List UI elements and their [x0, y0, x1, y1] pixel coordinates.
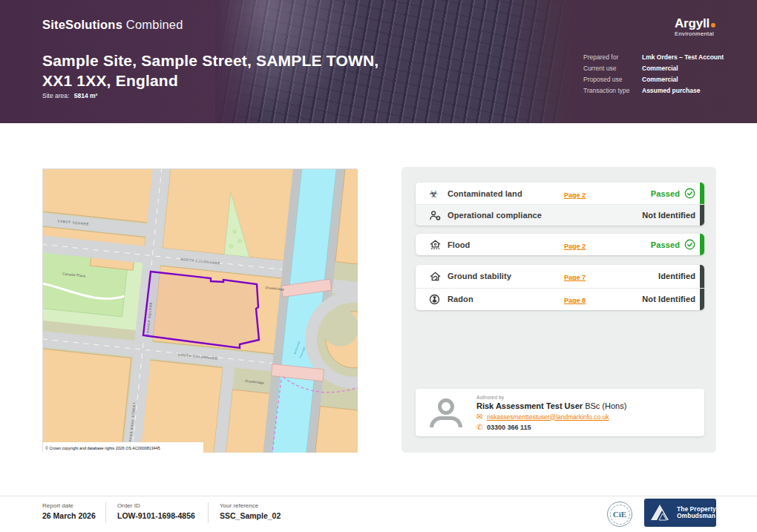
- author-qualification: BSc (Hons): [583, 401, 626, 410]
- report-cover-page: SiteSolutions Combined Sample Site, Samp…: [0, 0, 757, 532]
- argyll-logo: Argyll Environmental: [675, 16, 715, 37]
- current-use-value: Commercial: [642, 63, 678, 74]
- risk-group-ground-radon: Ground stability Page 7 Identified Radon…: [416, 265, 704, 310]
- risk-label: Radon: [448, 295, 473, 303]
- risk-label: Ground stability: [448, 272, 511, 280]
- site-area-label: Site area:: [42, 92, 69, 99]
- risk-row-ground-stability: Ground stability Page 7 Identified: [416, 265, 704, 288]
- author-card: Authored by Risk Assessment Test User BS…: [416, 389, 704, 436]
- avatar: [416, 389, 476, 436]
- cie-logo: CiE: [607, 502, 632, 527]
- phone-icon: ✆: [476, 423, 487, 431]
- report-date-value: 26 March 2026: [42, 511, 96, 520]
- risk-group-contaminated: ☣ Contaminated land Page 2 Passed Operat…: [416, 183, 704, 226]
- report-header: SiteSolutions Combined Sample Site, Samp…: [0, 0, 757, 123]
- status-bar: [700, 289, 704, 311]
- risk-label: Contaminated land: [448, 189, 522, 198]
- risk-row-flood: Flood Page 2 Passed: [416, 234, 704, 255]
- ombudsman-line2: Ombudsman: [677, 513, 716, 520]
- site-boundary: [143, 272, 259, 348]
- site-address-line2: XX1 1XX, England: [42, 70, 378, 91]
- risk-status: Not Identified: [642, 211, 695, 220]
- order-id: Order ID LOW-9101-1698-4856: [117, 502, 195, 520]
- risk-row-radon: Radon Page 8 Not Identified: [416, 288, 704, 311]
- author-email-row: ✉ riskassesmenttestuser@landmarkinfo.co.…: [476, 413, 626, 421]
- risk-status: Identified: [658, 272, 695, 280]
- check-circle-icon: [684, 188, 695, 199]
- order-id-label: Order ID: [117, 502, 195, 509]
- footer-divider: [105, 502, 106, 523]
- envelope-icon: ✉: [476, 413, 487, 421]
- ground-stability-house-icon: [429, 271, 448, 282]
- author-name-text: Risk Assessment Test User: [476, 401, 583, 410]
- your-reference-value: SSC_Sample_02: [220, 511, 281, 520]
- your-reference-label: Your reference: [220, 502, 281, 509]
- author-email-link[interactable]: riskassesmenttestuser@landmarkinfo.co.uk: [487, 413, 609, 421]
- status-bar: [700, 205, 704, 226]
- risk-row-operational-compliance: Operational compliance Not Identified: [416, 204, 704, 226]
- property-ombudsman-logo: The Property Ombudsman: [644, 499, 716, 527]
- risk-label: Flood: [448, 240, 470, 249]
- risk-status: Passed: [651, 240, 680, 249]
- product-variant: Combined: [122, 18, 183, 31]
- ombudsman-triangle-icon: [644, 499, 677, 526]
- risk-label: Operational compliance: [448, 211, 542, 220]
- cie-logo-text: CiE: [610, 505, 630, 525]
- flood-house-icon: [429, 239, 448, 250]
- radiation-icon: [429, 294, 448, 305]
- status-bar: [700, 265, 704, 288]
- biohazard-icon: ☣: [429, 188, 448, 199]
- product-name: SiteSolutions: [42, 18, 122, 31]
- site-address-line1: Sample Site, Sample Street, SAMPLE TOWN,: [42, 50, 378, 70]
- proposed-use-value: Commercial: [642, 74, 678, 85]
- prepared-for-label: Prepared for: [583, 52, 642, 63]
- site-area: Site area: 5814 m²: [42, 92, 97, 99]
- proposed-use-label: Proposed use: [583, 74, 642, 85]
- report-date: Report date 26 March 2026: [42, 502, 96, 520]
- authored-by-label: Authored by: [476, 395, 626, 400]
- author-phone-row: ✆ 03300 366 115: [476, 423, 626, 431]
- avatar-body-icon: [430, 416, 462, 427]
- status-bar: [700, 183, 704, 204]
- check-circle-icon: [684, 239, 695, 250]
- risk-summary-panel: ☣ Contaminated land Page 2 Passed Operat…: [402, 167, 716, 453]
- site-area-value: 5814 m²: [74, 92, 98, 99]
- author-phone-number: 03300 366 115: [487, 424, 531, 431]
- argyll-logo-text: Argyll: [675, 16, 710, 30]
- site-address: Sample Site, Sample Street, SAMPLE TOWN,…: [42, 50, 378, 91]
- transaction-type-value: Assumed purchase: [642, 85, 700, 96]
- avatar-head-icon: [438, 398, 454, 415]
- risk-group-flood: Flood Page 2 Passed: [416, 234, 704, 255]
- map-copyright: © Crown copyright and database rights 20…: [45, 446, 160, 450]
- argyll-logo-dot-icon: [711, 23, 715, 27]
- argyll-logo-sub: Environmental: [675, 30, 715, 37]
- page-link[interactable]: Page 2: [564, 243, 586, 250]
- prepared-for-value: Lmk Orders – Test Account: [642, 52, 724, 63]
- status-bar: [700, 234, 704, 255]
- page-link[interactable]: Page 2: [564, 191, 586, 199]
- map-svg: NORTH COLONNADE SOUTH COLONNADE CABOT SQ…: [43, 169, 358, 453]
- your-reference: Your reference SSC_Sample_02: [220, 502, 281, 520]
- page-link[interactable]: Page 7: [564, 274, 586, 281]
- transaction-type-label: Transaction type: [583, 85, 642, 96]
- report-date-label: Report date: [42, 502, 96, 509]
- risk-row-contaminated-land: ☣ Contaminated land Page 2 Passed: [416, 183, 704, 204]
- product-title: SiteSolutions Combined: [42, 18, 183, 32]
- risk-status: Passed: [651, 189, 680, 198]
- report-footer: Report date 26 March 2026 Order ID LOW-9…: [0, 496, 757, 532]
- current-use-label: Current use: [583, 63, 642, 74]
- footer-divider: [208, 502, 209, 523]
- risk-status: Not Identified: [642, 295, 695, 303]
- author-name: Risk Assessment Test User BSc (Hons): [476, 401, 626, 410]
- order-id-value: LOW-9101-1698-4856: [117, 511, 195, 520]
- order-details: Prepared forLmk Orders – Test Account Cu…: [583, 52, 724, 96]
- site-location-map: NORTH COLONNADE SOUTH COLONNADE CABOT SQ…: [42, 168, 357, 452]
- person-gear-icon: [429, 210, 448, 221]
- page-link[interactable]: Page 8: [564, 297, 586, 304]
